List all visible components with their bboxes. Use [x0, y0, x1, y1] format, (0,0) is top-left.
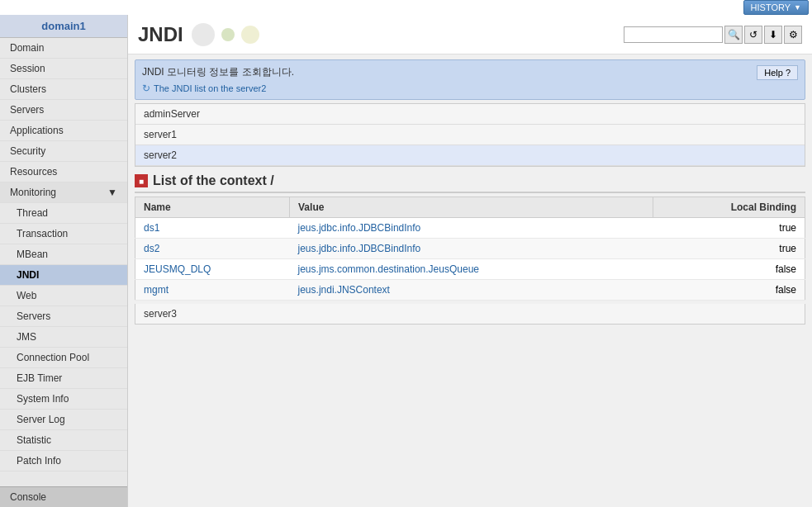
table-cell-binding: true	[653, 218, 805, 239]
chevron-icon: ▼	[107, 187, 117, 198]
sidebar-item-mbean[interactable]: MBean	[0, 244, 127, 265]
server-item-server1[interactable]: server1	[135, 125, 805, 145]
sidebar-item-applications[interactable]: Applications	[0, 121, 127, 141]
info-bar-message: ↻ The JNDI list on the server2	[142, 83, 757, 94]
col-binding: Local Binding	[653, 197, 805, 218]
context-icon: ■	[135, 174, 148, 187]
export-button[interactable]: ⬇	[764, 26, 782, 44]
sidebar-item-jms[interactable]: JMS	[0, 327, 127, 348]
table-cell-name[interactable]: ds1	[135, 218, 290, 239]
jndi-table: Name Value Local Binding ds1jeus.jdbc.in…	[135, 197, 805, 301]
help-button[interactable]: Help ?	[757, 65, 798, 80]
sidebar-console[interactable]: Console	[0, 486, 127, 507]
search-button[interactable]: 🔍	[724, 26, 743, 44]
table-cell-value[interactable]: jeus.jndi.JNSContext	[290, 280, 653, 301]
search-input[interactable]	[624, 26, 723, 43]
header-icons: 🔍 ↺ ⬇ ⚙	[624, 26, 802, 44]
info-bar: JNDI 모니터링 정보를 조회합니다. ↻ The JNDI list on …	[135, 59, 805, 100]
server-list: adminServer server1 server2	[135, 103, 805, 167]
table-row: ds2jeus.jdbc.info.JDBCBindInfotrue	[135, 239, 805, 259]
history-button[interactable]: HISTORY ▼	[743, 0, 809, 15]
sidebar-item-domain[interactable]: Domain	[0, 38, 127, 59]
context-title: List of the context /	[153, 173, 274, 188]
sidebar-item-patch-info[interactable]: Patch Info	[0, 451, 127, 471]
deco-circle-medium	[241, 26, 259, 44]
sidebar-item-servers-mon[interactable]: Servers	[0, 306, 127, 327]
table-cell-name[interactable]: ds2	[135, 239, 290, 259]
sidebar-item-statistic[interactable]: Statistic	[0, 430, 127, 451]
chevron-down-icon: ▼	[794, 3, 801, 12]
sidebar-item-thread[interactable]: Thread	[0, 203, 127, 224]
table-header-row: Name Value Local Binding	[135, 197, 805, 218]
table-row: mgmtjeus.jndi.JNSContextfalse	[135, 280, 805, 301]
content-header: JNDI 🔍 ↺ ⬇ ⚙	[128, 15, 812, 54]
sidebar-item-connection-pool[interactable]: Connection Pool	[0, 348, 127, 368]
sidebar-item-server-log[interactable]: Server Log	[0, 410, 127, 430]
sidebar: domain1 Domain Session Clusters Servers …	[0, 15, 128, 507]
table-cell-binding: false	[653, 259, 805, 280]
deco-circle-large	[192, 23, 215, 46]
sidebar-item-session[interactable]: Session	[0, 59, 127, 79]
table-cell-value[interactable]: jeus.jdbc.info.JDBCBindInfo	[290, 218, 653, 239]
settings-button[interactable]: ⚙	[784, 26, 802, 44]
table-cell-name[interactable]: JEUSMQ_DLQ	[135, 259, 290, 280]
sidebar-item-security[interactable]: Security	[0, 141, 127, 162]
sidebar-item-clusters[interactable]: Clusters	[0, 79, 127, 100]
info-bar-title: JNDI 모니터링 정보를 조회합니다.	[142, 65, 757, 79]
sidebar-item-servers[interactable]: Servers	[0, 100, 127, 121]
refresh-button[interactable]: ↺	[744, 26, 762, 44]
sidebar-item-transaction[interactable]: Transaction	[0, 224, 127, 244]
top-bar: HISTORY ▼	[0, 0, 812, 15]
col-name: Name	[135, 197, 290, 218]
table-cell-value[interactable]: jeus.jms.common.destination.JeusQueue	[290, 259, 653, 280]
content-body: JNDI 모니터링 정보를 조회합니다. ↻ The JNDI list on …	[128, 54, 812, 507]
sidebar-item-system-info[interactable]: System Info	[0, 389, 127, 410]
header-decoration	[192, 23, 259, 46]
table-row: JEUSMQ_DLQjeus.jms.common.destination.Je…	[135, 259, 805, 280]
deco-circle-small	[221, 28, 235, 41]
page-title: JNDI	[138, 23, 183, 46]
sidebar-item-ejb-timer[interactable]: EJB Timer	[0, 368, 127, 389]
table-cell-binding: false	[653, 280, 805, 301]
table-cell-name[interactable]: mgmt	[135, 280, 290, 301]
sidebar-item-web[interactable]: Web	[0, 286, 127, 306]
col-value: Value	[290, 197, 653, 218]
info-bar-content: JNDI 모니터링 정보를 조회합니다. ↻ The JNDI list on …	[142, 65, 757, 94]
context-header: ■ List of the context /	[135, 173, 805, 193]
sidebar-item-resources[interactable]: Resources	[0, 162, 127, 182]
history-label: HISTORY	[751, 2, 791, 12]
server-item-admin[interactable]: adminServer	[135, 104, 805, 125]
server-item-server2[interactable]: server2	[135, 145, 805, 166]
sidebar-monitoring-header[interactable]: Monitoring ▼	[0, 182, 127, 203]
table-cell-binding: true	[653, 239, 805, 259]
main-container: domain1 Domain Session Clusters Servers …	[0, 15, 812, 507]
server3-item[interactable]: server3	[135, 304, 805, 325]
content-area: JNDI 🔍 ↺ ⬇ ⚙ JNDI 모니터링 정보를 조회합니다.	[128, 15, 812, 507]
sidebar-domain[interactable]: domain1	[0, 15, 127, 38]
table-row: ds1jeus.jdbc.info.JDBCBindInfotrue	[135, 218, 805, 239]
table-cell-value[interactable]: jeus.jdbc.info.JDBCBindInfo	[290, 239, 653, 259]
sidebar-item-jndi[interactable]: JNDI	[0, 265, 127, 286]
refresh-icon: ↻	[142, 83, 150, 94]
